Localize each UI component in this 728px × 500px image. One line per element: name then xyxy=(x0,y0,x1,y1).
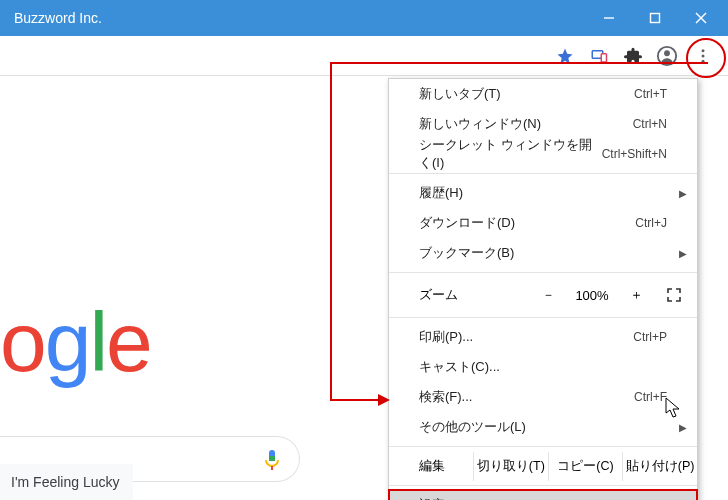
chevron-right-icon: ▶ xyxy=(679,248,687,259)
menu-history[interactable]: 履歴(H)▶ xyxy=(389,178,697,208)
close-button[interactable] xyxy=(678,0,724,36)
google-logo: ogle xyxy=(0,294,151,391)
edit-label: 編集 xyxy=(419,457,473,475)
fullscreen-button[interactable] xyxy=(655,281,693,309)
menu-zoom-row: ズーム － 100% ＋ xyxy=(389,277,697,313)
zoom-value: 100% xyxy=(567,288,617,303)
more-menu-button[interactable] xyxy=(690,43,716,69)
menu-new-tab[interactable]: 新しいタブ(T)Ctrl+T xyxy=(389,79,697,109)
bookmark-star-icon[interactable] xyxy=(554,45,576,67)
logo-letter: g xyxy=(45,295,90,389)
menu-new-window[interactable]: 新しいウィンドウ(N)Ctrl+N xyxy=(389,109,697,139)
menu-bookmarks[interactable]: ブックマーク(B)▶ xyxy=(389,238,697,268)
menu-separator xyxy=(389,485,697,486)
menu-cast[interactable]: キャスト(C)... xyxy=(389,352,697,382)
zoom-label: ズーム xyxy=(419,286,529,304)
logo-letter: o xyxy=(0,295,45,389)
zoom-in-button[interactable]: ＋ xyxy=(617,281,655,309)
svg-point-7 xyxy=(664,50,670,56)
menu-settings[interactable]: 設定(S) xyxy=(389,490,697,500)
window-title: Buzzword Inc. xyxy=(14,10,586,26)
profile-icon[interactable] xyxy=(656,45,678,67)
menu-edit-row: 編集 切り取り(T) コピー(C) 貼り付け(P) xyxy=(389,451,697,481)
menu-downloads[interactable]: ダウンロード(D)Ctrl+J xyxy=(389,208,697,238)
chrome-main-menu: 新しいタブ(T)Ctrl+T 新しいウィンドウ(N)Ctrl+N シークレット … xyxy=(388,78,698,500)
svg-point-9 xyxy=(702,54,705,57)
menu-find[interactable]: 検索(F)...Ctrl+F xyxy=(389,382,697,412)
menu-copy[interactable]: コピー(C) xyxy=(548,452,623,481)
maximize-button[interactable] xyxy=(632,0,678,36)
window-controls xyxy=(586,0,724,36)
zoom-out-button[interactable]: － xyxy=(529,281,567,309)
feeling-lucky-button[interactable]: I'm Feeling Lucky xyxy=(0,464,133,500)
menu-separator xyxy=(389,272,697,273)
window-titlebar: Buzzword Inc. xyxy=(0,0,728,36)
chevron-right-icon: ▶ xyxy=(679,188,687,199)
menu-separator xyxy=(389,317,697,318)
send-to-devices-icon[interactable] xyxy=(588,45,610,67)
menu-paste[interactable]: 貼り付け(P) xyxy=(622,452,697,481)
minimize-button[interactable] xyxy=(586,0,632,36)
browser-toolbar xyxy=(0,36,728,76)
chevron-right-icon: ▶ xyxy=(679,422,687,433)
menu-incognito[interactable]: シークレット ウィンドウを開く(I)Ctrl+Shift+N xyxy=(389,139,697,169)
logo-letter: l xyxy=(89,295,106,389)
menu-cut[interactable]: 切り取り(T) xyxy=(473,452,548,481)
svg-rect-1 xyxy=(651,14,660,23)
svg-rect-12 xyxy=(269,456,275,461)
menu-separator xyxy=(389,173,697,174)
svg-point-8 xyxy=(702,49,705,52)
menu-separator xyxy=(389,446,697,447)
menu-print[interactable]: 印刷(P)...Ctrl+P xyxy=(389,322,697,352)
logo-letter: e xyxy=(106,295,151,389)
extensions-icon[interactable] xyxy=(622,45,644,67)
menu-more-tools[interactable]: その他のツール(L)▶ xyxy=(389,412,697,442)
svg-rect-5 xyxy=(601,53,606,61)
voice-search-icon[interactable] xyxy=(263,449,283,469)
svg-point-10 xyxy=(702,59,705,62)
